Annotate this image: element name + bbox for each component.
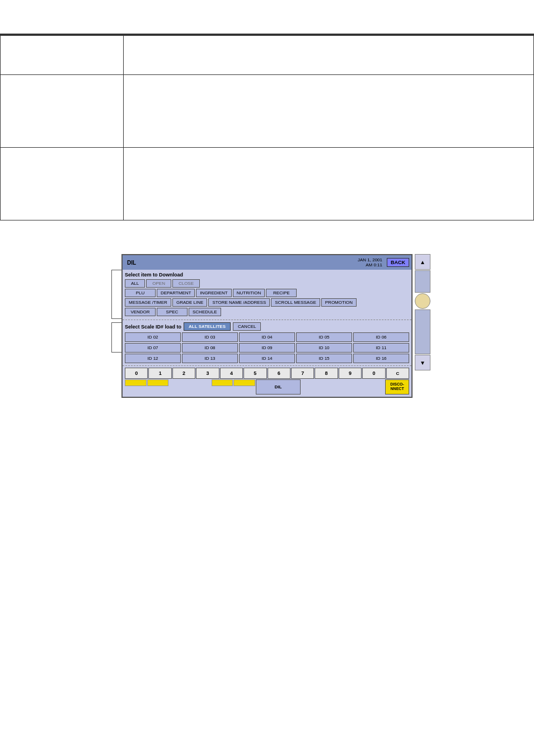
terminal-wrapper: DIL JAN 1, 2001AM 0:11 BACK Select item … bbox=[121, 254, 413, 398]
dil-button[interactable]: DIL bbox=[256, 379, 300, 395]
scale-id-15[interactable]: ID 15 bbox=[296, 354, 352, 363]
num-0b-btn[interactable]: 0 bbox=[362, 368, 385, 379]
scale-id-04[interactable]: ID 04 bbox=[239, 332, 295, 342]
bracket-left bbox=[111, 270, 112, 319]
bracket2-left bbox=[111, 322, 112, 353]
message-timer-button[interactable]: MESSAGE /TIMER bbox=[125, 298, 171, 307]
bracket2-bottom bbox=[111, 352, 121, 353]
scale-id-08[interactable]: ID 08 bbox=[182, 343, 238, 353]
item-btn-row-2: PLU DEPARTMENT INGREDIENT NUTRITION RECI… bbox=[125, 289, 409, 297]
table-row bbox=[1, 75, 534, 148]
yellow-cell-3 bbox=[212, 379, 233, 386]
item-btn-row-3: MESSAGE /TIMER GRADE LINE STORE NAME /AD… bbox=[125, 298, 409, 307]
all-satellites-button[interactable]: ALL SATELLITES bbox=[184, 322, 231, 331]
yellow-cell-2 bbox=[147, 379, 169, 386]
department-button[interactable]: DEPARTMENT bbox=[157, 289, 195, 297]
item-btn-row-1: ALL OPEN CLOSE bbox=[125, 279, 409, 288]
table-cell-left bbox=[1, 75, 124, 148]
scale-id-11[interactable]: ID 11 bbox=[353, 343, 409, 353]
scale-id-07[interactable]: ID 07 bbox=[125, 343, 181, 353]
yellow-strip-row: DIL DISCO-NNECT bbox=[125, 379, 409, 395]
empty-cell-4 bbox=[322, 379, 343, 386]
grade-line-button[interactable]: GRADE LINE bbox=[172, 298, 207, 307]
terminal-header: DIL JAN 1, 2001AM 0:11 BACK bbox=[123, 255, 411, 270]
num-2-btn[interactable]: 2 bbox=[172, 368, 195, 379]
select-item-label: Select item to Download bbox=[125, 272, 409, 278]
scroll-icon-4[interactable]: ▼ bbox=[415, 355, 430, 370]
promotion-button[interactable]: PROMOTION bbox=[321, 298, 357, 307]
disconnect-button[interactable]: DISCO-NNECT bbox=[385, 379, 409, 395]
all-button[interactable]: ALL bbox=[125, 279, 145, 288]
yellow-cell-1 bbox=[125, 379, 147, 386]
terminal-screen: DIL JAN 1, 2001AM 0:11 BACK Select item … bbox=[121, 254, 413, 398]
cancel-button[interactable]: CANCEL bbox=[233, 322, 261, 331]
scale-id-13[interactable]: ID 13 bbox=[182, 354, 238, 363]
numpad-row: 0 1 2 3 4 5 6 7 8 9 0 C bbox=[125, 368, 409, 379]
schedule-button[interactable]: SCHEDULE bbox=[189, 308, 221, 316]
open-button[interactable]: OPEN bbox=[146, 279, 171, 288]
scale-id-06[interactable]: ID 06 bbox=[353, 332, 409, 342]
num-4-btn[interactable]: 4 bbox=[220, 368, 243, 379]
scale-id-16[interactable]: ID 16 bbox=[353, 354, 409, 363]
scale-id-05[interactable]: ID 05 bbox=[296, 332, 352, 342]
table-cell-left bbox=[1, 148, 124, 220]
scale-id-10[interactable]: ID 10 bbox=[296, 343, 352, 353]
store-name-button[interactable]: STORE NAME /ADDRESS bbox=[208, 298, 270, 307]
scroll-icon-1[interactable]: ▲ bbox=[415, 254, 430, 270]
scale-header: Select Scale ID# load to ALL SATELLITES … bbox=[125, 322, 409, 331]
empty-cell-5 bbox=[343, 379, 364, 386]
screenshot-area: DIL JAN 1, 2001AM 0:11 BACK Select item … bbox=[0, 243, 534, 420]
main-table bbox=[0, 35, 534, 220]
empty-cell-6 bbox=[364, 379, 385, 386]
clear-btn[interactable]: C bbox=[386, 368, 409, 379]
table-cell-left bbox=[1, 36, 124, 75]
spec-button[interactable]: SPEC bbox=[157, 308, 188, 316]
scale-id-12[interactable]: ID 12 bbox=[125, 354, 181, 363]
empty-cell-1 bbox=[169, 379, 190, 386]
right-icons: ▲ ▼ bbox=[415, 254, 430, 370]
num-0-btn[interactable]: 0 bbox=[125, 368, 148, 379]
yellow-cell-4 bbox=[233, 379, 255, 386]
close-button[interactable]: CLOSE bbox=[172, 279, 200, 288]
bracket-top bbox=[111, 270, 121, 270]
datetime-text: JAN 1, 2001AM 0:11 bbox=[358, 257, 382, 267]
select-scale-section: Select Scale ID# load to ALL SATELLITES … bbox=[123, 320, 411, 366]
scroll-icon-2 bbox=[415, 270, 430, 293]
scale-id-02[interactable]: ID 02 bbox=[125, 332, 181, 342]
num-7-btn[interactable]: 7 bbox=[291, 368, 314, 379]
terminal-datetime: JAN 1, 2001AM 0:11 bbox=[355, 256, 385, 269]
num-6-btn[interactable]: 6 bbox=[268, 368, 291, 379]
scale-id-14[interactable]: ID 14 bbox=[239, 354, 295, 363]
num-8-btn[interactable]: 8 bbox=[315, 368, 338, 379]
nutrition-button[interactable]: NUTRITION bbox=[233, 289, 265, 297]
back-button[interactable]: BACK bbox=[387, 258, 409, 267]
table-cell-right bbox=[124, 36, 534, 75]
num-5-btn[interactable]: 5 bbox=[243, 368, 266, 379]
scroll-icon-3 bbox=[415, 309, 430, 354]
recipe-button[interactable]: RECIPE bbox=[266, 289, 297, 297]
scale-id-09[interactable]: ID 09 bbox=[239, 343, 295, 353]
table-cell-right bbox=[124, 148, 534, 220]
empty-cell-3 bbox=[301, 379, 322, 386]
scale-id-03[interactable]: ID 03 bbox=[182, 332, 238, 342]
empty-cell-2 bbox=[190, 379, 211, 386]
vendor-button[interactable]: VENDOR bbox=[125, 308, 156, 316]
select-scale-label: Select Scale ID# load to bbox=[125, 324, 181, 330]
select-item-section: Select item to Download ALL OPEN CLOSE P… bbox=[123, 270, 411, 320]
table-row bbox=[1, 148, 534, 220]
bracket2-top bbox=[111, 322, 121, 323]
num-3-btn[interactable]: 3 bbox=[196, 368, 219, 379]
scroll-message-button[interactable]: SCROLL MESSAGE bbox=[271, 298, 320, 307]
num-1-btn[interactable]: 1 bbox=[148, 368, 171, 379]
num-9-btn[interactable]: 9 bbox=[339, 368, 362, 379]
terminal-title: DIL bbox=[125, 259, 355, 267]
table-cell-right bbox=[124, 75, 534, 148]
item-btn-row-4: VENDOR SPEC SCHEDULE bbox=[125, 308, 409, 316]
plu-button[interactable]: PLU bbox=[125, 289, 156, 297]
bracket-bottom bbox=[111, 318, 121, 319]
ingredient-button[interactable]: INGREDIENT bbox=[196, 289, 231, 297]
table-row bbox=[1, 36, 534, 75]
numpad: 0 1 2 3 4 5 6 7 8 9 0 C bbox=[123, 366, 411, 397]
scale-grid: ID 02 ID 03 ID 04 ID 05 ID 06 ID 07 ID 0… bbox=[125, 332, 409, 363]
scroll-circle bbox=[415, 293, 430, 309]
